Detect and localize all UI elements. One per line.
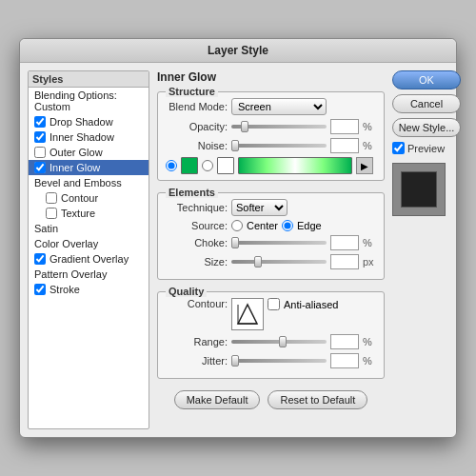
- contour-row: Contour: Anti-aliased: [166, 298, 376, 330]
- jitter-unit: %: [363, 355, 376, 367]
- style-item-contour[interactable]: Contour: [29, 190, 149, 206]
- ok-button[interactable]: OK: [392, 70, 461, 89]
- gradient-bar-arrow[interactable]: ▶: [356, 157, 373, 174]
- jitter-thumb[interactable]: [231, 355, 239, 367]
- preview-checkbox[interactable]: [392, 142, 405, 154]
- style-item-bevel-emboss[interactable]: Bevel and Emboss: [29, 175, 149, 190]
- cancel-button[interactable]: Cancel: [392, 94, 461, 113]
- make-default-button[interactable]: Make Default: [174, 390, 261, 409]
- source-center-radio[interactable]: [231, 220, 243, 231]
- choke-input[interactable]: 0: [330, 235, 359, 250]
- source-edge-radio[interactable]: [282, 220, 293, 231]
- jitter-slider[interactable]: [231, 359, 327, 363]
- style-item-texture[interactable]: Texture: [29, 206, 149, 221]
- noise-thumb[interactable]: [231, 140, 239, 151]
- style-label-bevel-emboss: Bevel and Emboss: [34, 177, 122, 188]
- size-input[interactable]: 24: [330, 254, 359, 269]
- style-label-texture: Texture: [61, 208, 95, 219]
- style-item-outer-glow[interactable]: Outer Glow: [29, 145, 149, 160]
- inner-shadow-checkbox[interactable]: [34, 131, 46, 143]
- style-item-blending[interactable]: Blending Options: Custom: [29, 88, 149, 114]
- range-unit: %: [363, 336, 376, 347]
- style-label-color-overlay: Color Overlay: [34, 238, 98, 249]
- style-item-color-overlay[interactable]: Color Overlay: [29, 236, 149, 251]
- style-label-pattern-overlay: Pattern Overlay: [34, 268, 107, 280]
- noise-label: Noise:: [166, 140, 228, 151]
- style-item-inner-shadow[interactable]: Inner Shadow: [29, 129, 149, 145]
- opacity-input[interactable]: 14: [330, 119, 359, 134]
- structure-label: Structure: [166, 86, 218, 97]
- choke-row: Choke: 0 %: [166, 235, 376, 250]
- outer-glow-checkbox[interactable]: [34, 147, 46, 158]
- center-panel: Inner Glow Structure Blend Mode: Screen …: [157, 70, 385, 429]
- style-item-pattern-overlay[interactable]: Pattern Overlay: [29, 267, 149, 282]
- contour-checkbox[interactable]: [46, 192, 57, 204]
- drop-shadow-checkbox[interactable]: [34, 116, 46, 128]
- range-input[interactable]: 50: [330, 334, 359, 349]
- inner-glow-checkbox[interactable]: [34, 162, 46, 173]
- opacity-slider[interactable]: [231, 125, 327, 129]
- style-label-contour: Contour: [61, 192, 98, 204]
- right-panel: OK Cancel New Style... Preview: [392, 70, 461, 429]
- gradient-swatch-white[interactable]: [217, 157, 234, 174]
- new-style-button[interactable]: New Style...: [392, 118, 461, 137]
- styles-panel: Styles Blending Options: Custom Drop Sha…: [28, 70, 149, 429]
- anti-alias-checkbox[interactable]: [268, 298, 280, 310]
- styles-panel-header: Styles: [29, 71, 149, 88]
- color-swatch[interactable]: [181, 157, 198, 174]
- layer-style-dialog: Layer Style Styles Blending Options: Cus…: [19, 38, 457, 438]
- style-item-satin[interactable]: Satin: [29, 221, 149, 236]
- jitter-row: Jitter: 0 %: [166, 353, 376, 368]
- technique-select[interactable]: Softer Precise: [231, 199, 288, 216]
- anti-alias-label: Anti-aliased: [284, 299, 338, 310]
- range-label: Range:: [166, 336, 228, 347]
- size-row: Size: 24 px: [166, 254, 376, 269]
- choke-slider[interactable]: [231, 241, 327, 245]
- reset-to-default-button[interactable]: Reset to Default: [268, 390, 367, 409]
- solid-color-radio[interactable]: [166, 160, 177, 171]
- gradient-bar[interactable]: [238, 157, 352, 174]
- range-slider[interactable]: [231, 340, 327, 344]
- section-title: Inner Glow: [157, 70, 385, 84]
- style-item-stroke[interactable]: Stroke: [29, 282, 149, 297]
- bottom-buttons: Make Default Reset to Default: [157, 385, 385, 413]
- preview-label-text: Preview: [407, 143, 445, 154]
- gradient-radio[interactable]: [202, 160, 213, 171]
- preview-box: [392, 163, 446, 216]
- contour-thumbnail[interactable]: [231, 298, 264, 330]
- choke-thumb[interactable]: [231, 237, 239, 248]
- source-center-label: Center: [247, 220, 278, 231]
- opacity-label: Opacity:: [166, 121, 228, 132]
- quality-label: Quality: [166, 286, 207, 297]
- color-pickers-row: ▶: [166, 157, 376, 174]
- source-row: Source: Center Edge: [166, 220, 376, 231]
- noise-row: Noise: 0 %: [166, 138, 376, 153]
- style-item-drop-shadow[interactable]: Drop Shadow: [29, 114, 149, 129]
- style-item-gradient-overlay[interactable]: Gradient Overlay: [29, 251, 149, 267]
- opacity-thumb[interactable]: [241, 121, 248, 132]
- size-slider[interactable]: [231, 260, 327, 264]
- stroke-checkbox[interactable]: [34, 284, 46, 295]
- range-thumb[interactable]: [279, 336, 287, 347]
- noise-unit: %: [363, 140, 376, 151]
- size-unit: px: [363, 256, 376, 268]
- style-label-drop-shadow: Drop Shadow: [50, 116, 113, 128]
- elements-section: Elements Technique: Softer Precise Sourc…: [157, 192, 385, 280]
- contour-label: Contour:: [166, 298, 228, 309]
- opacity-unit: %: [363, 121, 376, 132]
- gradient-overlay-checkbox[interactable]: [34, 253, 46, 265]
- source-edge-label: Edge: [297, 220, 322, 231]
- choke-label: Choke:: [166, 237, 228, 248]
- style-label-outer-glow: Outer Glow: [50, 147, 103, 158]
- jitter-input[interactable]: 0: [330, 353, 359, 368]
- anti-alias-row: Anti-aliased: [268, 298, 338, 310]
- noise-slider[interactable]: [231, 144, 327, 148]
- style-label-blending: Blending Options: Custom: [34, 89, 143, 112]
- noise-input[interactable]: 0: [330, 138, 359, 153]
- size-thumb[interactable]: [254, 256, 262, 268]
- style-item-inner-glow[interactable]: Inner Glow: [29, 160, 149, 175]
- texture-checkbox[interactable]: [46, 208, 57, 219]
- style-label-stroke: Stroke: [50, 284, 80, 295]
- dialog-title: Layer Style: [20, 39, 456, 63]
- blend-mode-select[interactable]: Screen Normal Multiply: [231, 98, 327, 115]
